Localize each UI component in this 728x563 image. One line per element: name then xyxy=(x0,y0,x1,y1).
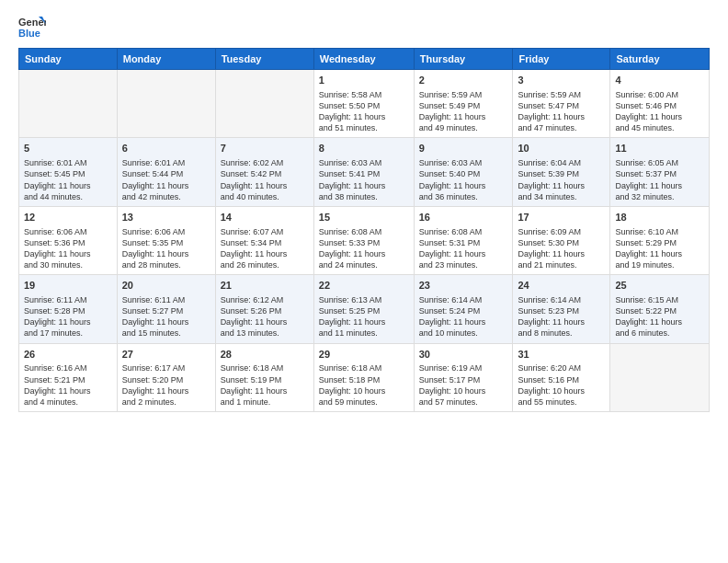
calendar-cell: 4Sunrise: 6:00 AM Sunset: 5:46 PM Daylig… xyxy=(610,70,710,138)
calendar-cell: 18Sunrise: 6:10 AM Sunset: 5:29 PM Dayli… xyxy=(610,206,710,274)
day-info: Sunrise: 6:18 AM Sunset: 5:18 PM Dayligh… xyxy=(319,362,409,408)
calendar-cell: 11Sunrise: 6:05 AM Sunset: 5:37 PM Dayli… xyxy=(610,138,710,206)
calendar-cell xyxy=(215,70,313,138)
calendar-cell: 14Sunrise: 6:07 AM Sunset: 5:34 PM Dayli… xyxy=(215,206,313,274)
day-info: Sunrise: 5:59 AM Sunset: 5:47 PM Dayligh… xyxy=(518,89,605,134)
day-number: 16 xyxy=(419,211,508,224)
day-number: 14 xyxy=(221,211,309,224)
calendar-cell: 26Sunrise: 6:16 AM Sunset: 5:21 PM Dayli… xyxy=(19,343,118,411)
day-number: 27 xyxy=(122,348,210,362)
calendar-week-1: 1Sunrise: 5:58 AM Sunset: 5:50 PM Daylig… xyxy=(19,70,710,138)
day-number: 17 xyxy=(518,211,605,224)
day-number: 8 xyxy=(319,142,409,155)
day-number: 28 xyxy=(221,348,309,362)
day-info: Sunrise: 6:16 AM Sunset: 5:21 PM Dayligh… xyxy=(24,362,112,408)
day-number: 18 xyxy=(615,211,704,224)
day-number: 10 xyxy=(518,142,605,155)
day-info: Sunrise: 6:05 AM Sunset: 5:37 PM Dayligh… xyxy=(615,157,704,202)
day-info: Sunrise: 6:01 AM Sunset: 5:45 PM Dayligh… xyxy=(24,157,112,202)
calendar-cell: 27Sunrise: 6:17 AM Sunset: 5:20 PM Dayli… xyxy=(117,343,215,411)
header: General Blue xyxy=(18,15,710,39)
calendar-cell: 2Sunrise: 5:59 AM Sunset: 5:49 PM Daylig… xyxy=(414,70,513,138)
page: General Blue SundayMondayTuesdayWednesda… xyxy=(0,0,728,563)
day-info: Sunrise: 6:12 AM Sunset: 5:26 PM Dayligh… xyxy=(221,294,309,339)
day-info: Sunrise: 6:02 AM Sunset: 5:42 PM Dayligh… xyxy=(221,157,309,202)
day-info: Sunrise: 6:13 AM Sunset: 5:25 PM Dayligh… xyxy=(319,294,409,339)
day-number: 5 xyxy=(24,142,112,155)
weekday-header-wednesday: Wednesday xyxy=(313,49,414,70)
day-info: Sunrise: 6:17 AM Sunset: 5:20 PM Dayligh… xyxy=(122,362,210,408)
day-number: 24 xyxy=(518,279,605,293)
day-info: Sunrise: 6:04 AM Sunset: 5:39 PM Dayligh… xyxy=(518,157,605,202)
calendar-cell: 19Sunrise: 6:11 AM Sunset: 5:28 PM Dayli… xyxy=(19,275,118,343)
calendar-cell: 25Sunrise: 6:15 AM Sunset: 5:22 PM Dayli… xyxy=(610,275,710,343)
logo: General Blue xyxy=(18,15,48,39)
weekday-header-monday: Monday xyxy=(117,49,215,70)
calendar-cell: 1Sunrise: 5:58 AM Sunset: 5:50 PM Daylig… xyxy=(313,70,414,138)
calendar-week-5: 26Sunrise: 6:16 AM Sunset: 5:21 PM Dayli… xyxy=(19,343,710,411)
calendar-cell: 17Sunrise: 6:09 AM Sunset: 5:30 PM Dayli… xyxy=(513,206,610,274)
calendar-cell: 7Sunrise: 6:02 AM Sunset: 5:42 PM Daylig… xyxy=(215,138,313,206)
calendar-cell: 24Sunrise: 6:14 AM Sunset: 5:23 PM Dayli… xyxy=(513,275,610,343)
day-info: Sunrise: 6:15 AM Sunset: 5:22 PM Dayligh… xyxy=(615,294,704,339)
calendar-week-2: 5Sunrise: 6:01 AM Sunset: 5:45 PM Daylig… xyxy=(19,138,710,206)
logo-icon: General Blue xyxy=(18,15,46,39)
weekday-header-thursday: Thursday xyxy=(414,49,513,70)
day-info: Sunrise: 6:08 AM Sunset: 5:33 PM Dayligh… xyxy=(319,226,409,271)
day-info: Sunrise: 6:06 AM Sunset: 5:36 PM Dayligh… xyxy=(24,226,112,271)
day-info: Sunrise: 6:19 AM Sunset: 5:17 PM Dayligh… xyxy=(419,362,508,408)
day-number: 1 xyxy=(319,74,409,87)
day-info: Sunrise: 6:00 AM Sunset: 5:46 PM Dayligh… xyxy=(615,89,704,134)
day-number: 7 xyxy=(221,142,309,155)
day-number: 13 xyxy=(122,211,210,224)
calendar-cell: 31Sunrise: 6:20 AM Sunset: 5:16 PM Dayli… xyxy=(513,343,610,411)
calendar: SundayMondayTuesdayWednesdayThursdayFrid… xyxy=(18,48,710,412)
day-info: Sunrise: 6:08 AM Sunset: 5:31 PM Dayligh… xyxy=(419,226,508,271)
day-number: 15 xyxy=(319,211,409,224)
calendar-cell: 5Sunrise: 6:01 AM Sunset: 5:45 PM Daylig… xyxy=(19,138,118,206)
calendar-cell: 10Sunrise: 6:04 AM Sunset: 5:39 PM Dayli… xyxy=(513,138,610,206)
day-info: Sunrise: 5:59 AM Sunset: 5:49 PM Dayligh… xyxy=(419,89,508,134)
day-info: Sunrise: 5:58 AM Sunset: 5:50 PM Dayligh… xyxy=(319,89,409,134)
day-number: 22 xyxy=(319,279,409,293)
calendar-week-3: 12Sunrise: 6:06 AM Sunset: 5:36 PM Dayli… xyxy=(19,206,710,274)
calendar-cell: 3Sunrise: 5:59 AM Sunset: 5:47 PM Daylig… xyxy=(513,70,610,138)
calendar-cell: 15Sunrise: 6:08 AM Sunset: 5:33 PM Dayli… xyxy=(313,206,414,274)
calendar-cell: 22Sunrise: 6:13 AM Sunset: 5:25 PM Dayli… xyxy=(313,275,414,343)
calendar-cell: 20Sunrise: 6:11 AM Sunset: 5:27 PM Dayli… xyxy=(117,275,215,343)
calendar-cell: 16Sunrise: 6:08 AM Sunset: 5:31 PM Dayli… xyxy=(414,206,513,274)
day-info: Sunrise: 6:06 AM Sunset: 5:35 PM Dayligh… xyxy=(122,226,210,271)
day-number: 19 xyxy=(24,279,112,293)
day-info: Sunrise: 6:11 AM Sunset: 5:28 PM Dayligh… xyxy=(24,294,112,339)
calendar-cell: 28Sunrise: 6:18 AM Sunset: 5:19 PM Dayli… xyxy=(215,343,313,411)
day-number: 6 xyxy=(122,142,210,155)
day-info: Sunrise: 6:03 AM Sunset: 5:40 PM Dayligh… xyxy=(419,157,508,202)
day-number: 4 xyxy=(615,74,704,87)
day-info: Sunrise: 6:18 AM Sunset: 5:19 PM Dayligh… xyxy=(221,362,309,408)
day-info: Sunrise: 6:03 AM Sunset: 5:41 PM Dayligh… xyxy=(319,157,409,202)
calendar-cell: 6Sunrise: 6:01 AM Sunset: 5:44 PM Daylig… xyxy=(117,138,215,206)
calendar-cell: 13Sunrise: 6:06 AM Sunset: 5:35 PM Dayli… xyxy=(117,206,215,274)
day-info: Sunrise: 6:20 AM Sunset: 5:16 PM Dayligh… xyxy=(518,362,605,408)
day-number: 25 xyxy=(615,279,704,293)
calendar-cell xyxy=(610,343,710,411)
day-number: 31 xyxy=(518,348,605,362)
day-info: Sunrise: 6:10 AM Sunset: 5:29 PM Dayligh… xyxy=(615,226,704,271)
calendar-cell: 8Sunrise: 6:03 AM Sunset: 5:41 PM Daylig… xyxy=(313,138,414,206)
day-number: 2 xyxy=(419,74,508,87)
day-number: 9 xyxy=(419,142,508,155)
calendar-cell: 30Sunrise: 6:19 AM Sunset: 5:17 PM Dayli… xyxy=(414,343,513,411)
day-number: 30 xyxy=(419,348,508,362)
svg-text:Blue: Blue xyxy=(18,28,40,39)
day-info: Sunrise: 6:14 AM Sunset: 5:23 PM Dayligh… xyxy=(518,294,605,339)
day-number: 3 xyxy=(518,74,605,87)
day-info: Sunrise: 6:07 AM Sunset: 5:34 PM Dayligh… xyxy=(221,226,309,271)
day-number: 26 xyxy=(24,348,112,362)
day-number: 20 xyxy=(122,279,210,293)
day-info: Sunrise: 6:11 AM Sunset: 5:27 PM Dayligh… xyxy=(122,294,210,339)
weekday-header-saturday: Saturday xyxy=(610,49,710,70)
day-number: 11 xyxy=(615,142,704,155)
weekday-header-tuesday: Tuesday xyxy=(215,49,313,70)
day-info: Sunrise: 6:14 AM Sunset: 5:24 PM Dayligh… xyxy=(419,294,508,339)
day-number: 29 xyxy=(319,348,409,362)
